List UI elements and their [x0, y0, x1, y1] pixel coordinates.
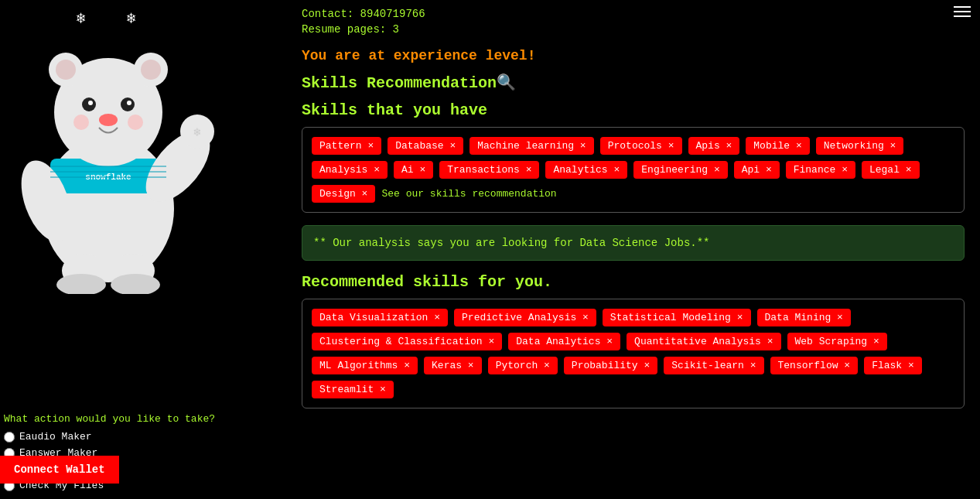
recommended-skill-tag[interactable]: Data Mining ×	[757, 309, 851, 326]
radio-item-eaudio[interactable]: Eaudio Maker	[4, 431, 282, 443]
current-skill-tag[interactable]: Protocols ×	[600, 137, 682, 155]
svg-point-11	[56, 60, 76, 80]
action-section: What action would you like to take? Eaud…	[0, 405, 286, 499]
sidebar: ❄ ❄ snowflake ❄	[0, 0, 286, 499]
recommended-skill-tag[interactable]: Clustering & Classification ×	[312, 333, 502, 350]
current-skill-tag[interactable]: Mobile ×	[746, 137, 809, 155]
current-skills-box: Pattern ×Database ×Machine learning ×Pro…	[302, 127, 965, 213]
recommended-skill-tag[interactable]: Keras ×	[424, 357, 482, 374]
current-skill-tag[interactable]: Transactions ×	[439, 161, 539, 179]
connect-wallet-button[interactable]: Connect Wallet	[0, 456, 119, 484]
recommended-skills-box: Data Visualization ×Predictive Analysis …	[302, 299, 965, 408]
radio-eaudio[interactable]	[4, 432, 15, 443]
recommended-skill-tag[interactable]: Data Visualization ×	[312, 309, 448, 326]
current-skill-tag[interactable]: Ai ×	[394, 161, 433, 179]
svg-point-17	[127, 101, 131, 105]
current-skill-tag[interactable]: Analytics ×	[545, 161, 627, 179]
current-skill-tag[interactable]: Api ×	[734, 161, 780, 179]
analysis-box: ** Our analysis says you are looking for…	[302, 225, 965, 261]
current-skill-tag[interactable]: Design ×	[312, 185, 375, 203]
skills-recommendation-title: Skills Recommendation🔍	[302, 73, 965, 92]
current-skill-tag[interactable]: Apis ×	[688, 137, 740, 155]
current-skill-tag[interactable]: Engineering ×	[633, 161, 727, 179]
current-skill-tag[interactable]: Pattern ×	[312, 137, 381, 155]
svg-point-16	[88, 101, 93, 105]
app-layout: ❄ ❄ snowflake ❄	[0, 0, 980, 499]
current-skill-tag[interactable]: Finance ×	[786, 161, 855, 179]
svg-point-19	[73, 114, 89, 130]
svg-text:❄: ❄	[193, 126, 201, 140]
recommended-skill-tag[interactable]: Scikit-learn ×	[664, 357, 763, 374]
recommended-skill-tag[interactable]: Streamlit ×	[312, 381, 394, 398]
action-title: What action would you like to take?	[4, 413, 282, 425]
bear-mascot: ❄ ❄ snowflake ❄	[0, 0, 286, 405]
recommended-skill-tag[interactable]: Flask ×	[864, 357, 922, 374]
recommended-skill-tag[interactable]: Data Analytics ×	[508, 333, 620, 350]
recommended-skill-tag[interactable]: Pytorch ×	[488, 357, 558, 374]
resume-pages: Resume pages: 3	[302, 23, 965, 36]
svg-point-13	[141, 60, 161, 80]
svg-text:❄: ❄	[127, 10, 136, 28]
recommended-skill-tag[interactable]: Tensorflow ×	[770, 357, 859, 374]
recommended-skills-title: Recommended skills for you.	[302, 273, 965, 291]
recommended-skill-tag[interactable]: Predictive Analysis ×	[454, 309, 596, 326]
current-skill-tag[interactable]: Database ×	[388, 137, 463, 155]
main-content: Contact: 8940719766 Resume pages: 3 You …	[286, 0, 980, 499]
skills-you-have-title: Skills that you have	[302, 101, 965, 119]
recommended-skill-tag[interactable]: Quantitative Analysis ×	[627, 333, 780, 350]
recommended-skill-tag[interactable]: Web Scraping ×	[787, 333, 887, 350]
current-skill-tag[interactable]: Networking ×	[816, 137, 904, 155]
recommended-skill-tag[interactable]: Probability ×	[564, 357, 657, 374]
svg-text:❄: ❄	[77, 10, 86, 28]
analysis-text: ** Our analysis says you are looking for…	[313, 237, 709, 249]
current-skill-tag[interactable]: Legal ×	[862, 161, 920, 179]
contact-info: Contact: 8940719766	[302, 8, 965, 20]
svg-point-18	[99, 114, 118, 126]
current-skill-tag[interactable]: Analysis ×	[312, 161, 388, 179]
see-recommendation-text: See our skills recommendation	[381, 188, 556, 200]
current-skill-tag[interactable]: Machine learning ×	[470, 137, 593, 155]
experience-level: You are at experience level!	[302, 48, 965, 63]
svg-point-20	[128, 114, 143, 130]
recommended-skill-tag[interactable]: Statistical Modeling ×	[603, 309, 751, 326]
radio-label-eaudio: Eaudio Maker	[19, 431, 92, 443]
recommended-skill-tag[interactable]: ML Algorithms ×	[312, 357, 418, 374]
hamburger-menu[interactable]	[954, 6, 971, 17]
